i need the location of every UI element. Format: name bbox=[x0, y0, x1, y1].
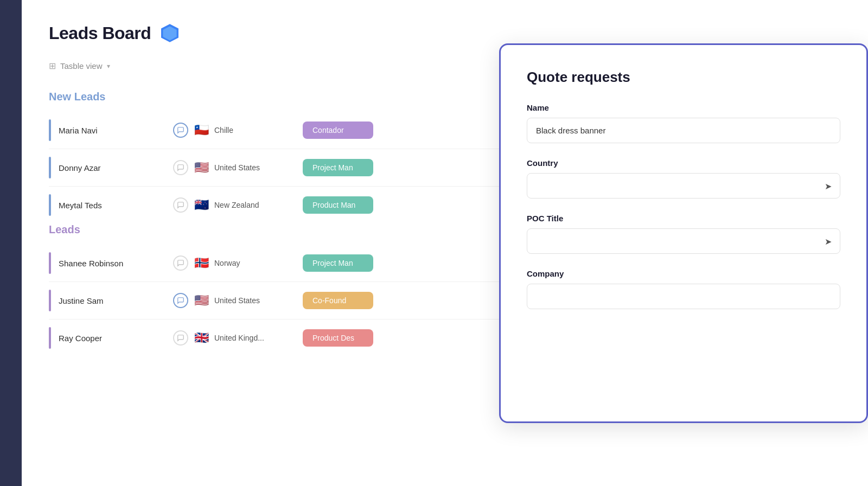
chevron-down-icon: ▾ bbox=[107, 62, 110, 70]
chat-bubble-icon bbox=[173, 330, 188, 346]
row-border bbox=[49, 119, 51, 141]
chat-bubble-icon bbox=[173, 197, 188, 213]
role-badge: Contador bbox=[303, 122, 373, 139]
role-badge: Project Man bbox=[303, 254, 373, 272]
flag-icon: 🇨🇱 bbox=[194, 124, 209, 136]
role-badge: Product Man bbox=[303, 196, 373, 214]
flag-icon: 🇬🇧 bbox=[194, 332, 209, 344]
row-border bbox=[49, 290, 51, 311]
company-form-group: Company bbox=[527, 269, 840, 309]
chat-bubble-icon bbox=[173, 160, 188, 175]
lead-name: Donny Azar bbox=[59, 163, 167, 172]
lead-name: Shanee Robinson bbox=[59, 259, 167, 268]
row-border bbox=[49, 327, 51, 349]
lead-name: Ray Cooper bbox=[59, 334, 167, 343]
country-name: United States bbox=[214, 296, 260, 305]
name-form-group: Name bbox=[527, 103, 840, 143]
row-border bbox=[49, 252, 51, 274]
chat-bubble-icon bbox=[173, 123, 188, 138]
flag-country: 🇬🇧United Kingd... bbox=[194, 332, 303, 344]
page-header: Leads Board bbox=[49, 22, 841, 44]
chat-icon[interactable] bbox=[167, 160, 194, 175]
flag-icon: 🇺🇸 bbox=[194, 295, 209, 306]
country-form-group: Country United States United Kingdom Nor… bbox=[527, 158, 840, 199]
chat-icon[interactable] bbox=[167, 123, 194, 138]
name-label: Name bbox=[527, 103, 840, 112]
role-badge: Co-Found bbox=[303, 292, 373, 309]
flag-country: 🇺🇸United States bbox=[194, 162, 303, 174]
chat-bubble-icon bbox=[173, 255, 188, 271]
flag-icon: 🇺🇸 bbox=[194, 162, 209, 174]
company-label: Company bbox=[527, 269, 840, 278]
view-toggle-label: Tasble view bbox=[60, 61, 103, 71]
lead-name: Justine Sam bbox=[59, 296, 167, 305]
country-name: Chille bbox=[214, 126, 233, 135]
country-name: United States bbox=[214, 163, 260, 172]
sidebar bbox=[0, 0, 22, 486]
chat-icon[interactable] bbox=[167, 293, 194, 308]
lead-name: Maria Navi bbox=[59, 126, 167, 135]
chat-icon[interactable] bbox=[167, 255, 194, 271]
country-select-wrapper: United States United Kingdom Norway New … bbox=[527, 173, 840, 199]
country-label: Country bbox=[527, 158, 840, 168]
row-border bbox=[49, 157, 51, 178]
chat-icon[interactable] bbox=[167, 197, 194, 213]
flag-country: 🇳🇿New Zealand bbox=[194, 199, 303, 211]
company-input[interactable] bbox=[527, 284, 840, 309]
flag-icon: 🇳🇴 bbox=[194, 257, 209, 269]
flag-country: 🇺🇸United States bbox=[194, 295, 303, 306]
flag-country: 🇨🇱Chille bbox=[194, 124, 303, 136]
role-badge: Product Des bbox=[303, 329, 373, 347]
country-select[interactable]: United States United Kingdom Norway New … bbox=[527, 173, 840, 199]
table-icon: ⊞ bbox=[49, 61, 56, 71]
flag-country: 🇳🇴Norway bbox=[194, 257, 303, 269]
poc-title-form-group: POC Title Project Manager Product Manage… bbox=[527, 214, 840, 254]
poc-title-select[interactable]: Project Manager Product Manager Co-Found… bbox=[527, 228, 840, 254]
quote-requests-modal: Quote requests Name Country United State… bbox=[499, 43, 868, 423]
poc-title-label: POC Title bbox=[527, 214, 840, 223]
page-title: Leads Board bbox=[49, 23, 151, 43]
row-border bbox=[49, 194, 51, 216]
main-content: Leads Board ⊞ Tasble view ▾ New LeadsMar… bbox=[22, 0, 868, 486]
chat-icon[interactable] bbox=[167, 330, 194, 346]
logo-icon bbox=[158, 22, 181, 44]
country-name: New Zealand bbox=[214, 201, 259, 209]
flag-icon: 🇳🇿 bbox=[194, 199, 209, 211]
country-name: Norway bbox=[214, 259, 240, 267]
chat-bubble-icon bbox=[173, 293, 188, 308]
lead-name: Meytal Teds bbox=[59, 201, 167, 210]
country-name: United Kingd... bbox=[214, 334, 264, 342]
modal-title: Quote requests bbox=[527, 69, 840, 86]
poc-title-select-wrapper: Project Manager Product Manager Co-Found… bbox=[527, 228, 840, 254]
role-badge: Project Man bbox=[303, 159, 373, 176]
name-input[interactable] bbox=[527, 118, 840, 143]
